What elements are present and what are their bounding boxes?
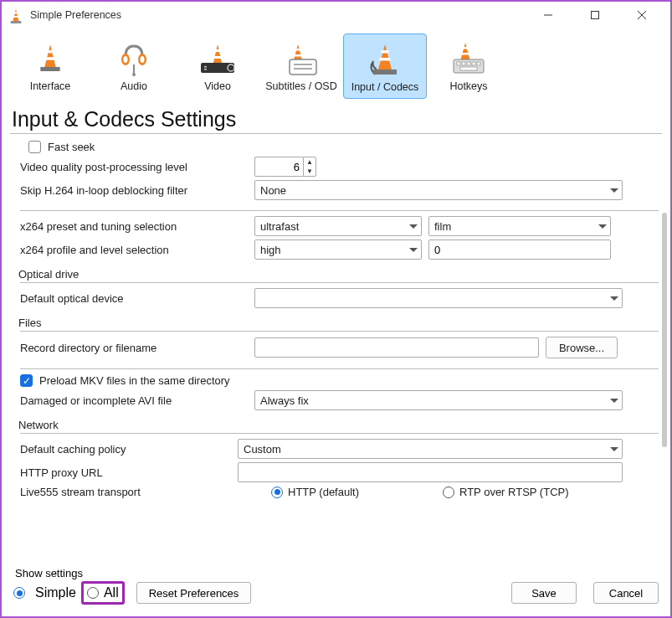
damaged-avi-select[interactable]: Always fix [254, 390, 623, 410]
video-quality-label: Video quality post-processing level [20, 161, 254, 173]
svg-rect-7 [47, 50, 54, 53]
maximize-button[interactable] [580, 3, 610, 27]
svg-rect-31 [461, 53, 469, 55]
minimize-button[interactable] [533, 3, 563, 27]
tab-label: Subtitles / OSD [261, 80, 341, 92]
tab-interface[interactable]: Interface [8, 33, 92, 99]
preload-mkv-checkbox[interactable] [20, 374, 33, 387]
default-optical-label: Default optical device [20, 292, 254, 305]
svg-rect-27 [382, 50, 389, 54]
svg-rect-33 [457, 62, 460, 65]
cancel-button[interactable]: Cancel [593, 582, 659, 604]
content-scrollbar[interactable] [662, 213, 667, 447]
svg-rect-24 [290, 59, 316, 75]
live555-rtp-radio[interactable] [443, 487, 454, 498]
show-settings-simple-radio[interactable] [13, 587, 25, 599]
x264-profile-label: x264 profile and level selection [20, 244, 254, 256]
skip-h264-label: Skip H.264 in-loop deblocking filter [20, 184, 254, 197]
close-button[interactable] [627, 3, 657, 27]
window-title: Simple Preferences [30, 9, 533, 21]
svg-rect-9 [40, 67, 59, 71]
all-highlight: All [81, 581, 125, 605]
chevron-down-icon [610, 296, 618, 301]
footer: Show settings Simple All Reset Preferenc… [2, 564, 670, 616]
tab-input-codecs[interactable]: Input / Codecs [343, 33, 427, 99]
record-dir-input[interactable] [254, 337, 539, 358]
tab-label: Input / Codecs [346, 81, 424, 93]
group-files: Files [18, 317, 659, 329]
show-settings-simple-label: Simple [35, 585, 76, 600]
svg-rect-28 [380, 58, 391, 61]
tab-audio[interactable]: Audio [92, 33, 176, 99]
tab-video[interactable]: Video [176, 33, 259, 99]
browse-button[interactable]: Browse... [546, 337, 618, 358]
svg-rect-23 [294, 54, 302, 57]
tab-label: Audio [94, 80, 174, 92]
chevron-down-icon [409, 248, 418, 252]
chevron-down-icon [409, 224, 418, 229]
svg-rect-37 [477, 62, 480, 65]
preload-mkv-label: Preload MKV files in the same directory [39, 374, 230, 387]
chevron-down-icon [598, 224, 607, 229]
fast-seek-label: Fast seek [48, 141, 95, 153]
x264-preset-select[interactable]: ultrafast [254, 216, 422, 236]
x264-preset-label: x264 preset and tuning selection [20, 220, 254, 233]
spinner-up-icon[interactable]: ▲ [304, 157, 315, 167]
svg-rect-2 [11, 21, 22, 23]
reset-preferences-button[interactable]: Reset Preferences [136, 582, 252, 604]
titlebar: Simple Preferences [2, 2, 670, 28]
svg-rect-36 [472, 62, 475, 65]
x264-level-input[interactable] [428, 239, 611, 260]
skip-h264-select[interactable]: None [254, 180, 623, 200]
x264-tuning-select[interactable]: film [428, 216, 611, 236]
x264-profile-select[interactable]: high [254, 239, 422, 260]
chevron-down-icon [610, 188, 618, 193]
settings-content: Fast seek Video quality post-processing … [2, 137, 670, 561]
svg-rect-17 [213, 56, 223, 59]
svg-point-13 [141, 56, 145, 63]
http-proxy-input[interactable] [238, 462, 623, 482]
group-optical: Optical drive [18, 268, 659, 281]
chevron-down-icon [610, 399, 618, 403]
svg-rect-21 [204, 69, 207, 70]
svg-rect-32 [454, 59, 484, 73]
default-optical-select[interactable] [254, 288, 623, 308]
live555-rtp-label: RTP over RTSP (TCP) [459, 486, 569, 498]
preferences-window: Simple Preferences Interface Audio Video… [0, 0, 672, 618]
spinner-down-icon[interactable]: ▼ [304, 167, 315, 176]
svg-rect-29 [373, 70, 397, 75]
svg-rect-30 [463, 47, 469, 49]
svg-rect-8 [45, 57, 55, 59]
svg-point-12 [124, 56, 128, 63]
video-quality-value[interactable] [254, 157, 303, 177]
show-settings-all-label: All [104, 585, 119, 600]
damaged-avi-label: Damaged or incomplete AVI file [20, 394, 254, 407]
show-settings-all-radio[interactable] [87, 587, 99, 599]
save-button[interactable]: Save [511, 582, 577, 604]
caching-policy-label: Default caching policy [20, 443, 238, 456]
chevron-down-icon [610, 447, 618, 451]
svg-rect-35 [467, 62, 470, 65]
caching-policy-select[interactable]: Custom [238, 439, 623, 459]
svg-rect-22 [295, 49, 301, 51]
show-settings-label: Show settings [15, 567, 659, 579]
live555-http-label: HTTP (default) [288, 486, 359, 498]
fast-seek-checkbox[interactable] [28, 141, 41, 153]
tab-label: Interface [10, 80, 90, 92]
live555-http-radio[interactable] [271, 487, 283, 498]
record-dir-label: Record directory or filename [20, 342, 254, 354]
svg-rect-4 [592, 12, 599, 19]
tab-hotkeys[interactable]: Hotkeys [427, 33, 510, 99]
tab-label: Hotkeys [428, 80, 509, 92]
group-network: Network [18, 419, 659, 431]
tab-subtitles[interactable]: Subtitles / OSD [259, 33, 343, 99]
page-title: Input & Codecs Settings [12, 107, 660, 131]
video-quality-spinner[interactable]: ▲▼ [254, 157, 316, 177]
svg-rect-1 [13, 16, 18, 18]
category-tabs: Interface Audio Video Subtitles / OSD In… [2, 28, 670, 100]
http-proxy-label: HTTP proxy URL [20, 466, 238, 479]
svg-rect-16 [214, 49, 221, 52]
live555-label: Live555 stream transport [20, 486, 271, 498]
svg-point-15 [132, 73, 136, 76]
svg-rect-38 [460, 67, 477, 70]
